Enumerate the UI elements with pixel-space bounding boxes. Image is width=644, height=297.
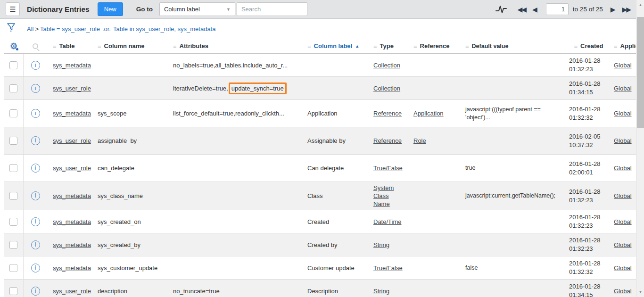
list-activity-icon[interactable] xyxy=(495,5,507,14)
type-link[interactable]: String xyxy=(373,287,389,295)
row-checkbox[interactable] xyxy=(9,109,17,117)
gear-icon[interactable] xyxy=(10,42,17,50)
row-checkbox[interactable] xyxy=(9,192,17,200)
scrollbar-down-icon[interactable] xyxy=(636,288,644,296)
application-cell: Global xyxy=(608,256,636,279)
new-button[interactable]: New xyxy=(98,2,123,16)
info-icon[interactable] xyxy=(31,217,40,226)
column-header-attributes[interactable]: Attributes xyxy=(167,39,302,53)
type-link[interactable]: Date/Time xyxy=(373,218,401,226)
attributes-text: iterativeDelete=true, xyxy=(173,84,228,92)
reference-cell xyxy=(408,256,460,279)
column-menu-icon[interactable] xyxy=(98,42,101,50)
goto-field-select[interactable]: Column label xyxy=(159,2,235,16)
scrollbar-up-icon[interactable] xyxy=(636,1,644,9)
reference-link[interactable]: Role xyxy=(413,137,426,145)
column-header-column-name[interactable]: Column name xyxy=(92,39,167,53)
type-link[interactable]: Collection xyxy=(373,84,400,92)
column-name-text: sys_class_name xyxy=(98,192,143,200)
filter-funnel-icon[interactable] xyxy=(7,23,16,35)
application-link[interactable]: Global xyxy=(614,192,632,200)
scrollbar-thumb[interactable] xyxy=(637,17,644,128)
table-link[interactable]: sys_user_role xyxy=(53,137,91,145)
type-link[interactable]: String xyxy=(373,241,389,249)
column-menu-icon[interactable] xyxy=(465,42,469,50)
search-input[interactable] xyxy=(237,2,307,16)
column-menu-icon[interactable] xyxy=(307,42,311,50)
application-link[interactable]: Global xyxy=(614,287,632,295)
table-link[interactable]: sys_metadata xyxy=(53,218,91,226)
created-date: 2016-01-28 xyxy=(569,57,601,65)
row-checkbox[interactable] xyxy=(9,264,17,272)
row-checkbox[interactable] xyxy=(9,84,17,92)
column-header-column-label[interactable]: Column label▲ xyxy=(302,39,368,53)
breadcrumb-condition2-link[interactable]: Table in sys_user_role, sys_metadata xyxy=(113,25,216,33)
application-link[interactable]: Global xyxy=(614,218,632,226)
table-link[interactable]: sys_metadata xyxy=(53,264,91,272)
breadcrumb-all-link[interactable]: All xyxy=(27,25,33,33)
table-link[interactable]: sys_metadata xyxy=(53,61,91,69)
type-link[interactable]: True/False xyxy=(373,264,403,272)
column-header-created[interactable]: Created xyxy=(563,39,608,53)
attributes-cell: no_truncate=true xyxy=(167,280,302,297)
vertical-scrollbar[interactable] xyxy=(636,0,644,297)
table-link[interactable]: sys_metadata xyxy=(53,241,91,249)
hamburger-menu-icon[interactable] xyxy=(6,2,20,16)
application-link[interactable]: Global xyxy=(614,137,632,145)
info-icon[interactable] xyxy=(31,164,40,173)
application-link[interactable]: Global xyxy=(614,241,632,249)
info-icon[interactable] xyxy=(31,287,40,296)
breadcrumb-condition1-link[interactable]: Table = sys_user_role xyxy=(40,25,100,33)
column-menu-icon[interactable] xyxy=(53,42,57,50)
table-link[interactable]: sys_user_role xyxy=(53,164,91,172)
column-menu-icon[interactable] xyxy=(173,42,177,50)
table-link[interactable]: sys_metadata xyxy=(53,192,91,200)
previous-page-icon[interactable]: ◀ xyxy=(532,6,537,13)
column-menu-icon[interactable] xyxy=(373,42,377,50)
column-menu-icon[interactable] xyxy=(614,42,618,50)
application-link[interactable]: Global xyxy=(614,84,632,92)
row-checkbox[interactable] xyxy=(9,164,17,172)
last-page-icon[interactable]: ▶▶ xyxy=(622,6,630,13)
type-link[interactable]: Collection xyxy=(373,61,400,69)
row-checkbox[interactable] xyxy=(9,218,17,226)
type-link[interactable]: Reference xyxy=(373,109,402,117)
application-link[interactable]: Global xyxy=(614,164,632,172)
row-checkbox[interactable] xyxy=(9,137,17,145)
column-header-reference[interactable]: Reference xyxy=(408,39,460,53)
info-icon[interactable] xyxy=(31,240,40,249)
row-checkbox[interactable] xyxy=(9,61,17,69)
application-link[interactable]: Global xyxy=(614,61,632,69)
row-select-cell xyxy=(4,155,24,182)
table-link[interactable]: sys_metadata xyxy=(53,109,91,117)
page-number-input[interactable] xyxy=(546,3,569,15)
type-link[interactable]: True/False xyxy=(373,164,403,172)
info-icon[interactable] xyxy=(31,61,40,70)
application-link[interactable]: Global xyxy=(614,109,632,117)
column-header-application[interactable]: Application xyxy=(608,39,636,53)
info-icon[interactable] xyxy=(31,136,40,145)
search-icon[interactable] xyxy=(33,43,38,49)
type-link[interactable]: Reference xyxy=(373,137,402,145)
column-menu-icon[interactable] xyxy=(413,42,417,50)
info-icon[interactable] xyxy=(31,84,40,93)
table-row: sys_metadata sys_created_on Created Date… xyxy=(4,210,636,233)
column-header-default-value[interactable]: Default value xyxy=(460,39,563,53)
table-link[interactable]: sys_user_role xyxy=(53,84,91,92)
reference-link[interactable]: Application xyxy=(413,109,444,117)
info-icon[interactable] xyxy=(31,264,40,272)
type-link[interactable]: System Class Name xyxy=(373,184,404,208)
row-checkbox[interactable] xyxy=(9,241,17,249)
application-cell: Global xyxy=(608,127,636,154)
info-icon[interactable] xyxy=(31,109,40,118)
info-icon[interactable] xyxy=(31,191,40,200)
column-menu-icon[interactable] xyxy=(574,42,578,50)
column-header-label: Created xyxy=(580,42,603,50)
column-header-type[interactable]: Type xyxy=(368,39,408,53)
next-page-icon[interactable]: ▶ xyxy=(611,6,616,13)
row-checkbox[interactable] xyxy=(9,287,17,295)
application-link[interactable]: Global xyxy=(614,264,632,272)
first-page-icon[interactable]: ◀◀ xyxy=(518,6,526,13)
column-header-table[interactable]: Table xyxy=(47,39,92,53)
table-link[interactable]: sys_user_role xyxy=(53,287,91,295)
